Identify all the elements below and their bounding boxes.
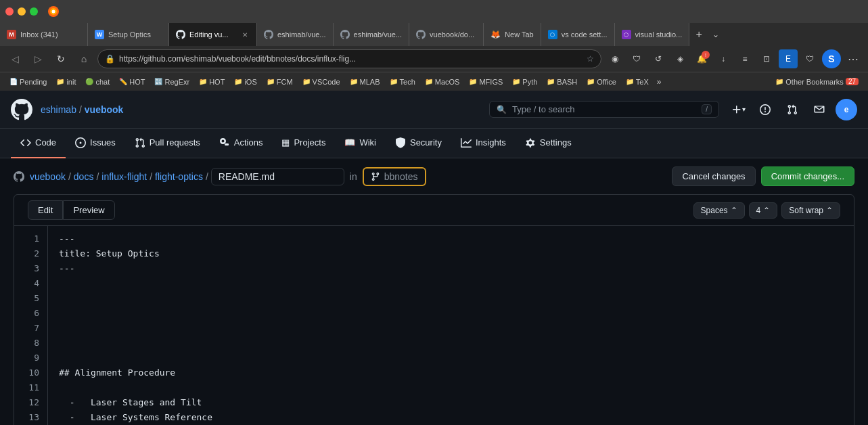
sync-icon[interactable]: E — [779, 49, 798, 68]
bookmark-hot-pen[interactable]: ✏️HOT — [115, 76, 149, 87]
softwrap-selector[interactable]: Soft wrap ⌃ — [781, 202, 840, 219]
indent-selector[interactable]: 4 ⌃ — [749, 202, 778, 219]
bookmark-hot-folder[interactable]: 📁HOT — [195, 76, 229, 87]
branch-selector[interactable]: bbnotes — [363, 167, 426, 186]
breadcrumb-repo[interactable]: vuebook — [30, 171, 66, 182]
refresh-icon[interactable]: ↺ — [649, 49, 668, 68]
bookmarks-overflow-button[interactable]: » — [654, 76, 664, 88]
actions-icon — [219, 137, 230, 148]
bookmark-tex[interactable]: 📁TeX — [622, 76, 653, 87]
home-button[interactable]: ⌂ — [74, 49, 93, 68]
nav-insights-label: Insights — [476, 137, 506, 148]
downloads-icon[interactable]: ↓ — [714, 49, 733, 68]
bookmark-tech[interactable]: 📁Tech — [386, 76, 419, 87]
tab-vuebook-doc[interactable]: vuebook/do... — [409, 23, 484, 46]
nav-item-wiki[interactable]: 📖 Wiki — [335, 129, 386, 158]
tab-eshimab-vue2[interactable]: eshimab/vue... — [334, 23, 410, 46]
search-bar[interactable]: 🔍 Type / to search / — [489, 101, 719, 118]
address-url: https://github.com/eshimab/vuebook/edit/… — [119, 54, 583, 64]
search-kbd-hint: / — [702, 104, 712, 114]
nav-item-insights[interactable]: Insights — [451, 129, 516, 158]
bookmark-pyth[interactable]: 📁Pyth — [508, 76, 541, 87]
bookmark-regexr[interactable]: 🔣RegExr — [150, 76, 193, 87]
bookmark-pending[interactable]: 📄Pending — [5, 76, 51, 87]
bookmark-bash[interactable]: 📁BASH — [543, 76, 581, 87]
overflow-menu-icon[interactable]: ⋯ — [844, 49, 863, 68]
account-icon[interactable]: S — [822, 49, 841, 68]
extensions-icon[interactable]: ◉ — [606, 49, 624, 68]
bookmark-ios[interactable]: 📁iOS — [230, 76, 260, 87]
breadcrumb-docs[interactable]: docs — [74, 171, 94, 182]
back-button[interactable]: ◁ — [5, 49, 24, 68]
pip-icon[interactable]: ⊡ — [757, 49, 776, 68]
minimize-button[interactable] — [18, 7, 26, 16]
bookmark-macos[interactable]: 📁MacOS — [421, 76, 464, 87]
nav-item-issues[interactable]: Issues — [66, 129, 125, 158]
notifications-icon[interactable]: 🔔 ! — [692, 49, 711, 68]
browser-logo-icon — [47, 5, 60, 18]
bookmark-office[interactable]: 📁Office — [583, 76, 620, 87]
breadcrumb-flight-optics[interactable]: flight-optics — [155, 171, 203, 182]
edit-tab[interactable]: Edit — [28, 200, 63, 220]
filename-input[interactable] — [211, 168, 344, 185]
nav-item-projects[interactable]: ▦ Projects — [272, 129, 335, 158]
preview-tab[interactable]: Preview — [63, 200, 114, 220]
bookmark-init[interactable]: 📁init — [52, 76, 80, 87]
nav-settings-label: Settings — [540, 137, 572, 148]
tab-close-icon[interactable]: ✕ — [240, 30, 250, 39]
reload-button[interactable]: ↻ — [51, 49, 70, 68]
tab-vs-code-label: vs code sett... — [562, 30, 608, 39]
bookmark-fcm[interactable]: 📁FCM — [262, 76, 297, 87]
bookmark-chat[interactable]: 🟢chat — [81, 76, 114, 87]
github-logo-icon[interactable] — [11, 99, 32, 120]
close-button[interactable] — [5, 7, 14, 16]
bookmark-star-icon[interactable]: ☆ — [587, 54, 594, 64]
breadcrumb-influx-flight[interactable]: influx-flight — [101, 171, 147, 182]
nav-item-code[interactable]: Code — [11, 129, 66, 158]
nav-item-security[interactable]: Security — [386, 129, 451, 158]
tab-new-tab[interactable]: 🦊 New Tab — [484, 23, 541, 46]
tab-visual-studio[interactable]: ⬡ visual studio... — [615, 23, 690, 46]
editor-toolbar: Edit Preview Spaces ⌃ 4 ⌃ Soft wrap ⌃ — [14, 195, 854, 226]
tab-vs-code[interactable]: ⬡ vs code sett... — [541, 23, 615, 46]
spaces-label: Spaces — [701, 206, 728, 215]
other-bookmarks[interactable]: 📁 Other Bookmarks 27 — [771, 76, 863, 87]
user-avatar[interactable]: e — [836, 99, 857, 120]
issues-notification-icon[interactable] — [754, 99, 776, 120]
bitwarden-icon[interactable]: 🛡 — [800, 49, 819, 68]
new-tab-button[interactable]: + — [689, 25, 708, 44]
pull-request-icon[interactable] — [781, 99, 803, 120]
bookmark-vscode[interactable]: 📁VSCode — [298, 76, 344, 87]
username-link[interactable]: eshimab — [41, 104, 76, 115]
maximize-button[interactable] — [30, 7, 38, 16]
editor-code-area[interactable]: 123456789101112131415 ---title: Setup Op… — [14, 226, 854, 425]
tab-eshimab-vue1[interactable]: eshimab/vue... — [257, 23, 334, 46]
plus-menu-icon[interactable]: ▾ — [727, 99, 749, 120]
nav-item-settings[interactable]: Settings — [516, 129, 581, 158]
commit-changes-button[interactable]: Commit changes... — [761, 166, 854, 186]
line-number: 2 — [14, 246, 47, 261]
shield-icon[interactable]: 🛡 — [627, 49, 646, 68]
forward-button[interactable]: ▷ — [28, 49, 47, 68]
tab-editing-label: Editing vu... — [189, 30, 236, 39]
bookmark-mlab[interactable]: 📁MLAB — [346, 76, 384, 87]
spaces-selector[interactable]: Spaces ⌃ — [693, 202, 745, 219]
line-number: 13 — [14, 410, 47, 425]
tab-eshimab-vue2-label: eshimab/vue... — [354, 30, 403, 39]
repo-link[interactable]: vuebook — [85, 104, 124, 115]
nav-item-pull-requests[interactable]: Pull requests — [125, 129, 210, 158]
container-icon[interactable]: ◈ — [670, 49, 689, 68]
window-controls — [5, 7, 38, 16]
code-lines[interactable]: ---title: Setup Optics--- ## Alignment P… — [48, 226, 854, 425]
nav-item-actions[interactable]: Actions — [210, 129, 273, 158]
cancel-changes-button[interactable]: Cancel changes — [672, 166, 755, 186]
tab-inbox[interactable]: M Inbox (341) — [0, 23, 88, 46]
bookmark-mfigs[interactable]: 📁MFIGS — [465, 76, 507, 87]
projects-icon: ▦ — [281, 137, 290, 148]
tab-editing[interactable]: Editing vu... ✕ — [169, 23, 257, 46]
address-bar[interactable]: 🔒 https://github.com/eshimab/vuebook/edi… — [97, 49, 601, 68]
reader-mode-icon[interactable]: ≡ — [735, 49, 754, 68]
tabs-overflow-button[interactable]: ⌄ — [708, 30, 723, 39]
tab-setup-optics[interactable]: W Setup Optics — [88, 23, 169, 46]
inbox-icon[interactable] — [808, 99, 830, 120]
